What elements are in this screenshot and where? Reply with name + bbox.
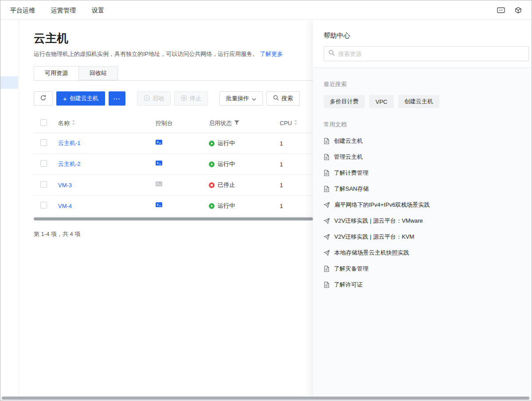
column-status: 启用状态 <box>209 119 232 127</box>
vm-name-link[interactable]: VM-4 <box>58 203 72 209</box>
sort-icon[interactable] <box>294 120 297 126</box>
status-running-icon <box>209 161 215 167</box>
recent-search-title: 最近搜索 <box>324 80 521 88</box>
search-icon <box>329 50 335 58</box>
search-button[interactable]: 搜索 <box>266 91 300 106</box>
doc-label: 了解计费管理 <box>334 169 368 177</box>
create-vm-label: 创建云主机 <box>70 94 98 102</box>
doc-label: 创建云主机 <box>334 137 363 145</box>
doc-label: 了解许可证 <box>334 281 363 289</box>
document-icon <box>324 266 329 272</box>
doc-link[interactable]: 了解许可证 <box>324 277 521 293</box>
sort-icon[interactable] <box>72 120 75 126</box>
recent-tag[interactable]: 多价目计费 <box>324 95 365 108</box>
search-icon <box>273 95 279 102</box>
recent-tag[interactable]: VPC <box>369 95 394 108</box>
stop-label: 停止 <box>190 94 201 102</box>
stop-button[interactable]: 停止 <box>174 91 208 106</box>
row-checkbox[interactable] <box>40 202 47 208</box>
batch-actions-button[interactable]: 批量操作 <box>219 91 263 106</box>
topbar-menu: 平台运维 运营管理 设置 <box>10 0 104 20</box>
tab-label: 回收站 <box>90 70 107 76</box>
active-nav-indicator[interactable] <box>0 76 18 89</box>
chevron-down-icon <box>252 95 256 102</box>
document-icon <box>324 282 329 288</box>
search-label: 搜索 <box>282 94 293 102</box>
document-icon <box>324 170 329 176</box>
column-name[interactable]: 名称 <box>58 119 70 127</box>
horizontal-scrollbar[interactable] <box>1 396 531 400</box>
console-icon-disabled <box>156 181 162 187</box>
row-checkbox[interactable] <box>40 181 47 188</box>
document-icon <box>324 186 329 192</box>
paper-plane-icon <box>324 218 330 224</box>
document-icon <box>324 154 329 160</box>
doc-link[interactable]: 了解计费管理 <box>324 165 521 181</box>
help-center-panel: 帮助中心 最近搜索 多价目计费 VPC 创建云主机 常用文档 创建云主机 <box>313 20 532 401</box>
scrollbar-thumb[interactable] <box>2 397 529 400</box>
help-header: 帮助中心 <box>313 20 532 67</box>
vm-name-link[interactable]: VM-3 <box>58 182 72 189</box>
plus-icon: + <box>63 95 67 102</box>
tab-recycle-bin[interactable]: 回收站 <box>79 66 118 80</box>
console-icon[interactable] <box>156 161 162 166</box>
status-text: 运行中 <box>218 202 235 210</box>
doc-link[interactable]: 扁平网络下的IPv4+IPv6双栈场景实践 <box>324 197 521 213</box>
table-horizontal-scrollbar[interactable] <box>34 217 313 220</box>
doc-link[interactable]: 了解灾备管理 <box>324 261 521 277</box>
docs-list: 创建云主机 管理云主机 了解计费管理 了解SAN存储 扁平网络下的IPv4+IP… <box>324 133 521 293</box>
vm-name-link[interactable]: 云主机-2 <box>58 161 81 167</box>
console-monitor-icon[interactable] <box>497 7 505 14</box>
help-search-box[interactable] <box>324 46 529 61</box>
row-checkbox[interactable] <box>40 160 47 167</box>
column-cpu[interactable]: CPU <box>280 120 292 126</box>
ellipsis-icon: ··· <box>113 95 121 102</box>
doc-link[interactable]: 创建云主机 <box>324 133 521 149</box>
doc-label: V2V迁移实践 | 源云平台：VMware <box>334 217 423 225</box>
play-circle-icon <box>144 95 150 102</box>
stop-circle-icon <box>181 95 187 102</box>
console-icon[interactable] <box>156 140 162 145</box>
refresh-button[interactable] <box>34 91 53 106</box>
common-docs-title: 常用文档 <box>324 121 521 129</box>
doc-link[interactable]: 管理云主机 <box>324 149 521 165</box>
learn-more-link[interactable]: 了解更多 <box>260 51 283 57</box>
status-running-icon <box>209 203 215 209</box>
resource-box-icon[interactable] <box>515 7 522 14</box>
topbar-icons <box>497 7 522 14</box>
doc-link[interactable]: 本地存储场景云主机快照实践 <box>324 245 521 261</box>
doc-label: 了解SAN存储 <box>334 185 369 193</box>
tab-available-resources[interactable]: 可用资源 <box>34 66 79 80</box>
menu-platform-ops[interactable]: 平台运维 <box>10 0 35 20</box>
vm-name-link[interactable]: 云主机-1 <box>58 140 81 146</box>
recent-search-tags: 多价目计费 VPC 创建云主机 <box>324 95 521 108</box>
filter-funnel-icon[interactable] <box>234 120 239 126</box>
status-text: 运行中 <box>218 160 235 168</box>
app-window: 平台运维 运营管理 设置 云主机 运行在物理机上的虚拟机实例，具有独立的IP地址… <box>0 0 532 401</box>
help-search-input[interactable] <box>338 51 524 57</box>
select-all-checkbox[interactable] <box>40 119 47 126</box>
more-actions-button[interactable]: ··· <box>109 91 125 106</box>
create-vm-button[interactable]: + 创建云主机 <box>56 91 105 106</box>
row-checkbox[interactable] <box>40 139 47 146</box>
recent-tag[interactable]: 创建云主机 <box>398 95 439 108</box>
doc-label: 了解灾备管理 <box>334 265 368 273</box>
menu-settings[interactable]: 设置 <box>92 0 104 20</box>
doc-link[interactable]: V2V迁移实践 | 源云平台：KVM <box>324 229 521 245</box>
start-button[interactable]: 启动 <box>137 91 171 106</box>
status-running-icon <box>209 141 215 146</box>
menu-operation-mgmt[interactable]: 运营管理 <box>51 0 76 20</box>
console-icon[interactable] <box>156 202 162 208</box>
batch-actions-label: 批量操作 <box>226 94 249 102</box>
paper-plane-icon <box>324 202 330 208</box>
resource-tabs: 可用资源 回收站 <box>34 66 313 81</box>
left-nav-strip <box>0 20 19 401</box>
doc-label: 管理云主机 <box>334 153 363 161</box>
doc-link[interactable]: V2V迁移实践 | 源云平台：VMware <box>324 213 521 229</box>
paper-plane-icon <box>324 234 330 240</box>
doc-label: 扁平网络下的IPv4+IPv6双栈场景实践 <box>334 201 430 209</box>
doc-label: 本地存储场景云主机快照实践 <box>334 249 409 257</box>
doc-link[interactable]: 了解SAN存储 <box>324 181 521 197</box>
paper-plane-icon <box>324 250 330 256</box>
tab-label: 可用资源 <box>45 70 68 76</box>
